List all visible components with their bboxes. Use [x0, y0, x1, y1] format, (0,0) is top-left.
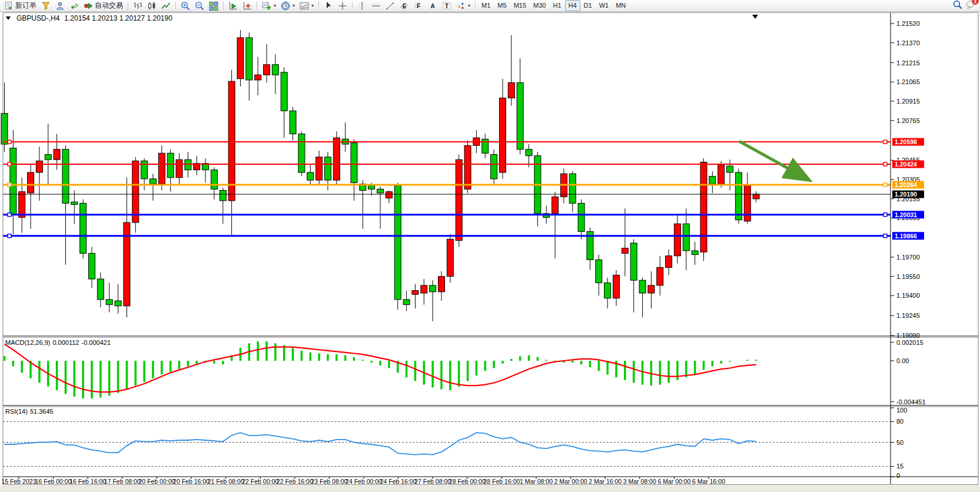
timeframe-h4[interactable]: H4	[565, 0, 580, 11]
bar-chart-type-button[interactable]	[131, 0, 145, 12]
svg-text:15 Feb 2023: 15 Feb 2023	[2, 478, 36, 485]
svg-text:3 Mar 08:00: 3 Mar 08:00	[623, 478, 656, 485]
dropdown-caret-icon[interactable]: ▾	[293, 3, 295, 8]
price-line-label: 1.20598	[895, 138, 917, 145]
periods-button[interactable]: ▾	[278, 0, 297, 12]
clock-icon	[281, 1, 290, 11]
zoom-in-icon	[181, 1, 190, 11]
price-line-label: 1.19866	[895, 232, 917, 240]
timeframe-m1[interactable]: M1	[478, 0, 494, 11]
svg-text:22 Feb 00:00: 22 Feb 00:00	[242, 478, 278, 485]
svg-text:24 Feb 16:00: 24 Feb 16:00	[380, 478, 417, 485]
svg-text:1.20765: 1.20765	[896, 117, 920, 124]
svg-text:0.00: 0.00	[896, 357, 909, 364]
svg-text:1.20915: 1.20915	[896, 98, 920, 105]
tile-windows-button[interactable]	[207, 0, 221, 12]
svg-text:2 Mar 16:00: 2 Mar 16:00	[589, 478, 622, 485]
svg-text:1.19400: 1.19400	[896, 292, 920, 299]
zoom-out-button[interactable]	[192, 0, 207, 12]
svg-text:24 Feb 00:00: 24 Feb 00:00	[346, 478, 382, 485]
line-anchor[interactable]	[8, 234, 11, 238]
timeframe-d1[interactable]: D1	[580, 0, 596, 11]
crosshair-button[interactable]	[335, 0, 350, 12]
toolbar-separator	[352, 1, 353, 10]
search-button[interactable]	[953, 0, 962, 12]
dropdown-caret-icon[interactable]: ▾	[468, 3, 470, 8]
trendline-button[interactable]	[383, 0, 397, 12]
svg-text:0: 0	[896, 472, 900, 479]
add-indicator-button[interactable]: ▾	[260, 0, 278, 12]
toolbar-separator	[475, 1, 476, 10]
fibonacci-button[interactable]: F	[411, 0, 426, 12]
svg-text:0.002015: 0.002015	[896, 339, 923, 346]
svg-text:22 Feb 16:00: 22 Feb 16:00	[277, 478, 313, 485]
text-button[interactable]: A	[426, 0, 440, 12]
symbols-button[interactable]	[39, 0, 53, 12]
zoom-in-button[interactable]	[178, 0, 192, 12]
auto-scroll-button[interactable]	[226, 0, 240, 12]
notifications-button[interactable]: 1	[966, 0, 975, 12]
line-anchor[interactable]	[8, 213, 11, 217]
new-order-button[interactable]: 新订单	[2, 0, 39, 12]
cursor-button[interactable]	[321, 0, 335, 12]
svg-text:28 Feb 16:00: 28 Feb 16:00	[483, 478, 520, 485]
equidistant-channel-button[interactable]: E	[397, 0, 411, 12]
candlestick-type-button[interactable]	[145, 0, 159, 12]
line-anchor[interactable]	[883, 234, 887, 238]
svg-text:1.19700: 1.19700	[896, 254, 920, 261]
time-axis[interactable]: 15 Feb 202316 Feb 00:0016 Feb 16:0017 Fe…	[2, 477, 726, 485]
new-order-button-label: 新订单	[15, 1, 36, 11]
hline-icon	[371, 1, 381, 11]
timeframe-h1[interactable]: H1	[549, 0, 564, 11]
cursor-icon	[324, 1, 333, 11]
svg-text:6 Mar 00:00: 6 Mar 00:00	[657, 478, 690, 485]
timeframe-m30[interactable]: M30	[530, 0, 549, 11]
price-line-label: 1.20424	[895, 161, 917, 168]
timeframe-mn[interactable]: MN	[612, 0, 629, 11]
line-anchor[interactable]	[883, 213, 887, 217]
line-anchor[interactable]	[883, 183, 887, 187]
dropdown-caret-icon[interactable]: ▾	[274, 3, 276, 8]
autotrade-button[interactable]: 自动交易	[81, 0, 125, 12]
funnel-icon	[41, 1, 51, 11]
fibo-icon: F	[414, 1, 423, 11]
svg-text:50: 50	[896, 439, 903, 446]
autotrade-icon	[84, 1, 93, 11]
line-anchor[interactable]	[8, 140, 11, 144]
toolbar-separator	[223, 1, 224, 10]
signals-button[interactable]	[67, 0, 81, 12]
dropdown-caret-icon[interactable]: ▾	[311, 3, 314, 8]
add-indicator-icon	[262, 1, 271, 11]
line-anchor[interactable]	[883, 162, 887, 166]
tile-icon	[209, 1, 218, 11]
line-anchor[interactable]	[8, 183, 11, 187]
timeframe-m15[interactable]: M15	[510, 0, 530, 11]
profile-button[interactable]	[53, 0, 67, 12]
timeframe-m5[interactable]: M5	[494, 0, 510, 11]
svg-text:2 Mar 00:00: 2 Mar 00:00	[554, 478, 587, 485]
svg-text:21 Feb 08:00: 21 Feb 08:00	[208, 478, 244, 485]
chart-canvas[interactable]: 1.215201.213701.212151.210651.209151.207…	[0, 12, 980, 492]
label-icon: T	[442, 1, 451, 11]
svg-text:1 Mar 08:00: 1 Mar 08:00	[520, 478, 553, 485]
text-icon: A	[428, 1, 437, 11]
svg-text:A: A	[430, 3, 434, 9]
svg-text:1.21370: 1.21370	[896, 39, 920, 46]
svg-text:23 Feb 08:00: 23 Feb 08:00	[311, 478, 347, 485]
svg-text:27 Feb 08:00: 27 Feb 08:00	[414, 478, 451, 485]
svg-text:15: 15	[896, 463, 903, 470]
timeframe-w1[interactable]: W1	[596, 0, 613, 11]
line-anchor[interactable]	[883, 140, 887, 144]
horizontal-line-button[interactable]	[369, 0, 383, 12]
toolbar: 新订单自动交易▾▾▾EFAT▾M1M5M15M30H1H4D1W1MN 1	[0, 0, 980, 12]
notification-badge: 1	[972, 0, 979, 5]
line-anchor[interactable]	[8, 162, 11, 166]
vertical-line-button[interactable]	[355, 0, 369, 12]
templates-button[interactable]: ▾	[297, 0, 316, 12]
candle-type-icon	[147, 1, 157, 11]
chart-shift-button[interactable]	[240, 0, 254, 12]
arrows-button[interactable]: ▾	[454, 0, 473, 12]
text-label-button[interactable]: T	[440, 0, 454, 12]
line-chart-type-button[interactable]	[159, 0, 173, 12]
price-line-label: 1.20031	[895, 211, 917, 218]
